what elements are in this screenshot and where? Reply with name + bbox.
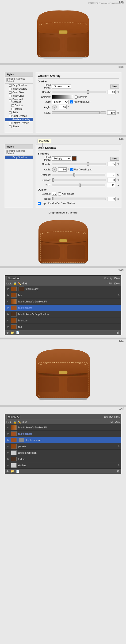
styles-item-drop-shadow-c[interactable]: Drop Shadow (5, 156, 33, 159)
layer-row-flap2[interactable]: 👁 flap (5, 324, 121, 330)
eye-icon-2[interactable]: 👁 (6, 300, 10, 303)
delete-icon[interactable]: 🗑 (117, 331, 120, 334)
eye-icon-6[interactable]: 👁 (6, 325, 10, 328)
delete-icon-f[interactable]: 🗑 (117, 470, 120, 473)
scale-label: Scale: (38, 112, 51, 114)
layer-row-texture-copy[interactable]: 👁 texture copy (5, 286, 121, 292)
blend-mode-select-d[interactable]: Normal (6, 276, 20, 280)
add-style-icon[interactable]: ⊕ (6, 331, 9, 334)
styles-panel-c-subtitle: Blending Options: Default (5, 149, 33, 156)
layer-f-row-6[interactable]: 👁 stitches fx (5, 462, 121, 469)
checkbox-pattern-overlay[interactable] (9, 122, 12, 124)
ds-opacity-slider[interactable] (52, 163, 106, 165)
styles-item-outer-glow[interactable]: Outer Glow (5, 90, 33, 94)
new-layer-icon[interactable]: 📄 (16, 331, 20, 334)
styles-item-contour[interactable]: Contour (5, 104, 33, 107)
styles-item-stroke[interactable]: Stroke (5, 125, 33, 128)
svg-rect-4 (40, 38, 60, 52)
checkbox-drop-shadow[interactable] (9, 84, 12, 86)
scale-slider[interactable] (52, 112, 106, 114)
eye-icon-4[interactable]: 👁 (6, 312, 10, 316)
ds-color-swatch[interactable] (72, 156, 76, 160)
layer-row-drop-shadow[interactable]: 👁 flap thickness's Drop Shadow (5, 311, 121, 318)
layer-row-flap[interactable]: 👁 flap fx (5, 292, 121, 298)
ds-distance-input[interactable] (107, 173, 115, 177)
scale-input[interactable] (107, 110, 116, 115)
blend-mode-select[interactable]: Screen (52, 84, 71, 88)
blend-mode-select-f[interactable]: Multiply (6, 415, 20, 419)
checkbox-contour[interactable] (12, 104, 14, 107)
ds-size-slider[interactable] (52, 184, 105, 186)
ds-size-input[interactable] (107, 183, 115, 187)
styles-item-satin[interactable]: Satin (5, 111, 33, 114)
ds-spread-input[interactable] (107, 178, 116, 182)
new-group-icon[interactable]: 📁 (11, 331, 14, 334)
eye-f-1[interactable]: 👁 (6, 432, 10, 436)
styles-item-inner-shadow[interactable]: Inner Shadow (5, 87, 33, 90)
checkbox-inner-shadow[interactable] (9, 88, 12, 90)
styles-item-gradient-overlay[interactable]: Gradient Overlay (5, 118, 33, 121)
layer-f-row-4[interactable]: 👁 ambient reflection (5, 450, 121, 456)
checkbox-stroke[interactable] (9, 126, 12, 128)
layer-f-row-0[interactable]: 👁 flap thickness's Gradient Fill (5, 424, 121, 431)
styles-item-texture[interactable]: Texture (5, 107, 33, 111)
angle-circle[interactable]: ↑ (52, 105, 57, 110)
gradient-preview[interactable] (52, 95, 73, 99)
eye-f-4[interactable]: 👁 (6, 451, 10, 454)
checkbox-texture[interactable] (12, 108, 14, 110)
layer-f-row-2[interactable]: 👁 flap thickness's ... (5, 437, 121, 444)
layer-row-flap-thickness[interactable]: 👁 flap thickness (5, 305, 121, 311)
ds-noise-input[interactable] (107, 197, 116, 201)
lock-icon[interactable]: 🔒 ✏️ ✙ ⊕ (13, 282, 28, 285)
eye-icon-1[interactable]: 👁 (6, 294, 10, 297)
new-layer-icon-f[interactable]: 📄 (16, 470, 20, 473)
eye-icon-3[interactable]: 👁 (6, 306, 10, 310)
eye-f-5[interactable]: 👁 (6, 458, 10, 461)
eye-icon-5[interactable]: 👁 (6, 319, 10, 322)
align-checkbox[interactable] (70, 100, 73, 104)
styles-item-pattern-overlay[interactable]: Pattern Overlay (5, 121, 33, 125)
global-light-checkbox[interactable] (70, 168, 73, 171)
checkbox-color-overlay[interactable] (9, 115, 12, 117)
styles-item-inner-glow[interactable]: Inner Glow (5, 94, 33, 98)
styles-item-drop-shadow[interactable]: Drop Shadow (5, 84, 33, 87)
checkbox-outer-glow[interactable] (9, 91, 12, 94)
checkbox-ds-c[interactable] (9, 156, 12, 159)
eye-f-0[interactable]: 👁 (6, 426, 10, 429)
new-group-icon-f[interactable]: 📁 (11, 470, 14, 473)
reverse-checkbox[interactable] (75, 96, 78, 98)
lock-icons-f[interactable]: 🔒 ✏️ ✙ ⊕ (13, 420, 28, 424)
layer-row-flap-copy[interactable]: 👁 flap copy (5, 318, 121, 324)
knocks-checkbox[interactable] (38, 202, 41, 205)
layer-f-row-3[interactable]: 👁 pockets fx (5, 444, 121, 450)
layer-f-row-5[interactable]: 👁 texture (5, 456, 121, 462)
style-select[interactable]: Linear (52, 100, 69, 104)
styles-item-bevel-emboss[interactable]: Bevel and Emboss (5, 98, 33, 104)
ds-angle-input[interactable] (58, 168, 67, 172)
ds-noise-slider[interactable] (52, 198, 106, 200)
opacity-slider[interactable] (52, 91, 106, 93)
checkbox-inner-glow[interactable] (9, 95, 12, 97)
styles-item-color-overlay[interactable]: Color Overlay (5, 114, 33, 118)
layer-f-row-1[interactable]: 👁 flap thickness (5, 431, 121, 437)
add-style-icon-f[interactable]: ⊕ (6, 470, 9, 473)
eye-f-3[interactable]: 👁 (6, 445, 10, 448)
ds-blend-select[interactable]: Multiply (52, 156, 71, 160)
new-button-ds[interactable]: New (110, 156, 119, 160)
opacity-input[interactable] (107, 90, 116, 94)
antialiased-checkbox[interactable] (58, 192, 61, 196)
ds-distance-slider[interactable] (52, 174, 105, 176)
ds-spread-slider[interactable] (52, 179, 106, 181)
angle-input[interactable] (58, 105, 67, 109)
new-button-gradient[interactable]: New (110, 84, 119, 88)
ds-angle-circle[interactable]: ↑ (52, 167, 57, 172)
eye-f-6[interactable]: 👁 (6, 464, 10, 467)
eye-icon-0[interactable]: 👁 (6, 287, 10, 290)
ds-opacity-input[interactable] (107, 162, 116, 166)
checkbox-satin[interactable] (9, 112, 12, 114)
layer-row-gradient-fill[interactable]: 👁 flap thickness's Gradient Fill (5, 298, 121, 305)
checkbox-bevel-emboss[interactable] (9, 100, 12, 102)
eye-f-2[interactable]: 👁 (6, 438, 10, 442)
checkbox-gradient-overlay[interactable] (9, 118, 12, 121)
contour-preview[interactable] (52, 192, 57, 196)
